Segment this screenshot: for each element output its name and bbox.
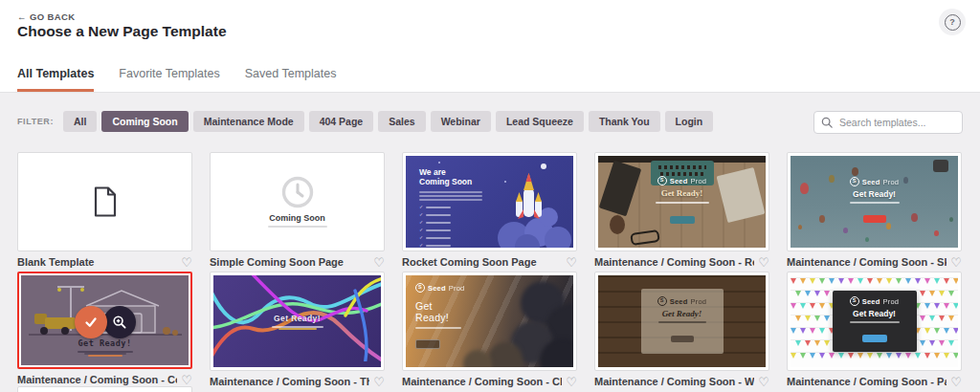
help-button[interactable]: ? xyxy=(939,9,966,35)
template-card-retro: SSeedProd Get Ready! Maintenance / Comin… xyxy=(594,152,769,269)
favorite-heart-icon[interactable]: ♡ xyxy=(950,376,962,388)
favorite-heart-icon[interactable]: ♡ xyxy=(181,256,192,269)
filter-chip-thank-you[interactable]: Thank You xyxy=(589,111,660,132)
filter-chip-webinar[interactable]: Webinar xyxy=(431,111,491,132)
filter-chip-login[interactable]: Login xyxy=(665,111,714,132)
template-name: Blank Template xyxy=(17,256,95,268)
select-template-check-button[interactable] xyxy=(75,306,107,338)
search-input[interactable] xyxy=(837,116,955,129)
favorite-heart-icon[interactable]: ♡ xyxy=(758,256,769,269)
template-name: Maintenance / Coming Soon - Wood xyxy=(594,376,754,387)
template-name: Maintenance / Coming Soon - Construction xyxy=(17,374,177,385)
favorite-heart-icon[interactable]: ♡ xyxy=(181,374,192,386)
template-thumbnail[interactable]: SSeedProd Get Ready! xyxy=(787,272,962,371)
thumb-title: Get Ready! xyxy=(274,314,321,323)
dark-panel: SSeedProd Get Ready! xyxy=(833,291,917,352)
filter-chip-maintenance-mode[interactable]: Maintenance Mode xyxy=(193,111,304,132)
template-name: Maintenance / Coming Soon - Retro Study xyxy=(594,256,754,268)
template-thumbnail[interactable]: Get Ready! xyxy=(210,272,385,371)
template-name: Maintenance / Coming Soon - Skys The Lim… xyxy=(787,256,947,268)
thumb-title: Get Ready! xyxy=(853,309,896,318)
thumb-cta-button xyxy=(415,339,440,349)
search-box xyxy=(813,111,963,134)
template-card-wood: SSeedProd Get Ready! Maintenance / Comin… xyxy=(594,272,769,388)
tab-saved-templates[interactable]: Saved Templates xyxy=(245,67,337,92)
template-grid: Blank Template ♡ Coming Soon Simple Comi… xyxy=(17,152,962,388)
template-thumbnail[interactable]: We areComing Soon ✓✓✓✓✓✓ xyxy=(402,152,577,251)
go-back-label: GO BACK xyxy=(30,11,76,22)
template-thumbnail[interactable] xyxy=(17,152,192,251)
thumb-title: Coming Soon xyxy=(269,213,325,223)
page-title: Choose a New Page Template xyxy=(17,23,227,40)
template-card-clouds: SSeedProd GetReady! Maintenance / Coming… xyxy=(402,272,577,388)
zoom-plus-icon xyxy=(112,315,127,330)
filter-chip-coming-soon[interactable]: Coming Soon xyxy=(101,111,188,132)
seedprod-logo: SSeedProd xyxy=(850,296,899,306)
template-thumbnail[interactable]: Get Ready! xyxy=(17,272,192,369)
bunting-row xyxy=(791,352,958,360)
template-thumbnail[interactable]: SSeedProd Get Ready! xyxy=(594,272,769,371)
thumb-title: Get Ready! xyxy=(662,309,702,318)
template-card-skys: SSeedProd Get Ready! Maintenance / Comin… xyxy=(787,152,962,269)
favorite-heart-icon[interactable]: ♡ xyxy=(373,376,385,388)
template-card-construction: Get Ready! Maintenance / Coming Soon - C… xyxy=(17,272,192,388)
favorite-heart-icon[interactable]: ♡ xyxy=(566,376,577,388)
template-card-threads: Get Ready! Maintenance / Coming Soon - T… xyxy=(210,272,385,388)
tab-all-templates[interactable]: All Templates xyxy=(17,67,94,92)
tab-favorite-templates[interactable]: Favorite Templates xyxy=(119,67,219,92)
template-card-simple: Coming Soon Simple Coming Soon Page ♡ xyxy=(210,152,385,269)
help-icon: ? xyxy=(945,14,961,31)
next-row-card-edge xyxy=(17,386,192,392)
template-thumbnail[interactable]: Coming Soon xyxy=(210,152,385,251)
favorite-heart-icon[interactable]: ♡ xyxy=(373,256,385,269)
thumb-cta-button xyxy=(863,215,886,223)
template-name: Simple Coming Soon Page xyxy=(210,256,344,268)
search-icon xyxy=(821,117,833,128)
template-chooser-screen: ←GO BACK Choose a New Page Template ? Al… xyxy=(0,0,980,392)
seedprod-logo: SSeedProd xyxy=(657,296,706,306)
filter-label: FILTER: xyxy=(17,117,54,126)
filter-chip-lead-squeeze[interactable]: Lead Squeeze xyxy=(496,111,584,132)
thumb-title: Get Ready! xyxy=(78,338,131,348)
filter-row: FILTER: AllComing SoonMaintenance Mode40… xyxy=(17,111,713,132)
favorite-heart-icon[interactable]: ♡ xyxy=(758,376,769,388)
bunting-row xyxy=(791,277,958,286)
blank-page-icon xyxy=(93,186,118,217)
template-card-blank: Blank Template ♡ xyxy=(17,152,192,269)
favorite-heart-icon[interactable]: ♡ xyxy=(566,256,577,269)
template-tabs: All TemplatesFavorite TemplatesSaved Tem… xyxy=(17,67,336,92)
clock-icon xyxy=(281,176,314,208)
page-header: ←GO BACK Choose a New Page Template ? Al… xyxy=(0,0,980,93)
translucent-panel: SSeedProd Get Ready! xyxy=(641,289,724,354)
filter-chip-all[interactable]: All xyxy=(63,111,97,132)
thumb-cta-button xyxy=(670,216,695,224)
preview-template-zoom-button[interactable] xyxy=(103,306,136,338)
thumb-title: Get Ready! xyxy=(853,189,896,199)
template-name: Maintenance / Coming Soon - Threads xyxy=(210,376,369,387)
template-card-rocket: We areComing Soon ✓✓✓✓✓✓ Rocket Coming S… xyxy=(402,152,577,269)
seedprod-logo: SSeedProd xyxy=(415,283,464,293)
thumb-cta-button xyxy=(862,335,887,342)
filter-chip-404-page[interactable]: 404 Page xyxy=(309,111,374,132)
template-thumbnail[interactable]: SSeedProd Get Ready! xyxy=(787,152,962,251)
template-name: Maintenance / Coming Soon - Clouds xyxy=(402,376,562,387)
template-name: Rocket Coming Soon Page xyxy=(402,256,537,268)
favorite-heart-icon[interactable]: ♡ xyxy=(950,256,962,269)
template-thumbnail[interactable]: SSeedProd GetReady! xyxy=(402,272,577,371)
back-arrow-icon: ← xyxy=(17,11,27,22)
template-name: Maintenance / Coming Soon - Party xyxy=(787,376,947,387)
rocket-clouds-illustration xyxy=(478,156,573,248)
check-icon xyxy=(83,315,99,330)
thumb-cta-button xyxy=(671,336,694,342)
template-card-party: SSeedProd Get Ready! Maintenance / Comin… xyxy=(787,272,962,388)
thumb-title: Get Ready! xyxy=(661,188,703,198)
seedprod-logo: SSeedProd xyxy=(657,176,706,185)
go-back-link[interactable]: ←GO BACK xyxy=(17,11,76,22)
thumb-title: GetReady! xyxy=(415,300,464,323)
filter-chip-sales[interactable]: Sales xyxy=(378,111,425,132)
template-thumbnail[interactable]: SSeedProd Get Ready! xyxy=(594,152,769,251)
thumb-title: We areComing Soon xyxy=(419,167,482,186)
seedprod-logo: SSeedProd xyxy=(850,177,899,186)
